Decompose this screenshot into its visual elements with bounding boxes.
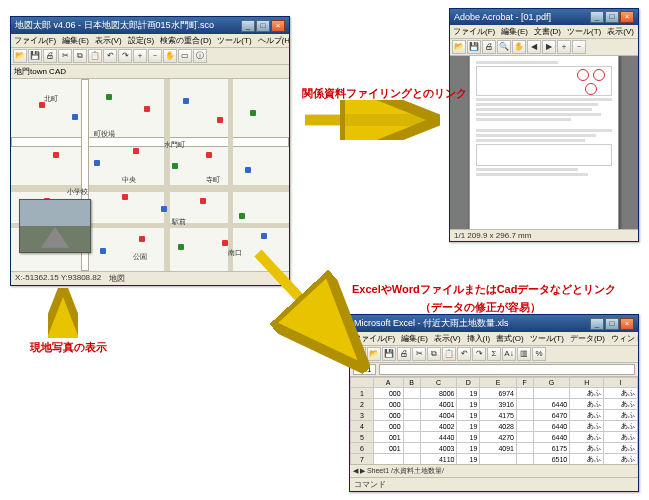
cell[interactable]: 4 [351,421,374,432]
menu-item[interactable]: 編集(E) [501,26,528,37]
pan-icon[interactable]: ✋ [163,49,177,63]
cell[interactable]: 4002 [420,421,457,432]
cell[interactable]: 001 [373,443,403,454]
cell[interactable]: 3 [351,410,374,421]
col-header[interactable]: C [420,378,457,388]
cell[interactable]: 5 [351,432,374,443]
zoom-out-icon[interactable]: － [572,40,586,54]
site-photo-popup[interactable] [19,199,91,253]
cell[interactable]: 000 [373,421,403,432]
col-header[interactable]: E [480,378,517,388]
cell[interactable]: 4091 [480,443,517,454]
cell[interactable]: 4028 [480,421,517,432]
print-icon[interactable]: 🖨 [482,40,496,54]
map-titlebar[interactable]: 地図太郎 v4.06 - 日本地図太郎計画015水門町.sco _ □ × [11,17,289,34]
cell[interactable]: あふ [570,399,604,410]
cell[interactable]: 4001 [420,399,457,410]
cell[interactable]: 000 [373,388,403,399]
table-row[interactable]: 300040041941756470あふあふ [351,410,638,421]
cell[interactable]: あふ [570,454,604,465]
save-icon[interactable]: 💾 [467,40,481,54]
cell[interactable]: 4270 [480,432,517,443]
cell[interactable]: 000 [373,399,403,410]
cell[interactable]: 1 [351,388,374,399]
cell[interactable]: 4440 [420,432,457,443]
cell[interactable]: 19 [457,399,480,410]
menu-item[interactable]: ウィンドウ(W) [611,333,638,344]
menu-item[interactable]: 表示(V) [434,333,461,344]
layer-tab[interactable]: 地門town CAD [14,66,66,77]
open-icon[interactable]: 📂 [452,40,466,54]
cell[interactable]: 6440 [533,399,570,410]
sheet-tabstrip[interactable]: ◀ ▶ Sheet1 /水資料土地数量/ [350,464,638,477]
cell[interactable] [403,454,420,465]
table-row[interactable]: 600140031940916175あふあふ [351,443,638,454]
cell[interactable]: あふ [570,432,604,443]
cell[interactable]: 8006 [420,388,457,399]
info-icon[interactable]: ⓘ [193,49,207,63]
cell[interactable] [403,443,420,454]
menu-item[interactable]: 書式(O) [496,333,524,344]
cell[interactable] [533,388,570,399]
cell[interactable]: あふ [604,443,638,454]
pdf-titlebar[interactable]: Adobe Acrobat - [01.pdf] _ □ × [450,9,638,25]
cell[interactable] [516,410,533,421]
new-icon[interactable]: ▢ [352,347,366,361]
menu-item[interactable]: ツール(T) [567,26,601,37]
zoom-out-icon[interactable]: － [148,49,162,63]
copy-icon[interactable]: ⧉ [73,49,87,63]
map-surface[interactable]: 町役場 水門町 中央 北町 寺町 駅前 小学校 南口 公園 [11,79,289,271]
name-box[interactable]: L31 [353,364,376,375]
col-header[interactable]: G [533,378,570,388]
col-header[interactable]: H [570,378,604,388]
map-canvas[interactable]: 町役場 水門町 中央 北町 寺町 駅前 小学校 南口 公園 [11,79,289,271]
col-header[interactable]: A [373,378,403,388]
cell[interactable]: 6470 [533,410,570,421]
cell[interactable]: 6974 [480,388,517,399]
cell[interactable]: 19 [457,421,480,432]
pdf-viewport[interactable] [450,56,638,229]
col-header[interactable]: B [403,378,420,388]
menu-item[interactable]: 編集(E) [401,333,428,344]
open-icon[interactable]: 📂 [13,49,27,63]
formula-input[interactable] [379,364,635,375]
zoom-icon[interactable]: % [532,347,546,361]
cell[interactable]: 6440 [533,432,570,443]
hand-icon[interactable]: ✋ [512,40,526,54]
cell[interactable]: 19 [457,454,480,465]
save-icon[interactable]: 💾 [382,347,396,361]
minimize-button[interactable]: _ [241,20,255,32]
cell[interactable]: 19 [457,410,480,421]
save-icon[interactable]: 💾 [28,49,42,63]
search-icon[interactable]: 🔍 [497,40,511,54]
xls-grid[interactable]: ABCDEFGHI10008006196974あふあふ2000400119391… [350,377,638,464]
menu-item[interactable]: ファイル(F) [453,26,495,37]
sort-asc-icon[interactable]: A↓ [502,347,516,361]
maximize-button[interactable]: □ [605,318,619,330]
redo-icon[interactable]: ↷ [472,347,486,361]
cell[interactable]: 19 [457,432,480,443]
sum-icon[interactable]: Σ [487,347,501,361]
redo-icon[interactable]: ↷ [118,49,132,63]
cell[interactable]: あふ [604,388,638,399]
cell[interactable] [403,410,420,421]
table-row[interactable]: 10008006196974あふあふ [351,388,638,399]
cell[interactable]: あふ [604,432,638,443]
menu-item[interactable]: データ(D) [570,333,605,344]
menu-item[interactable]: 表示(V) [607,26,634,37]
maximize-button[interactable]: □ [605,11,619,23]
cell[interactable]: 4175 [480,410,517,421]
cell[interactable]: 6440 [533,421,570,432]
chart-icon[interactable]: ▥ [517,347,531,361]
xls-titlebar[interactable]: Microsoft Excel - 付近大雨土地数量.xls _ □ × [350,315,638,332]
cell[interactable] [480,454,517,465]
cell[interactable] [403,399,420,410]
menu-item[interactable]: 文書(D) [534,26,561,37]
copy-icon[interactable]: ⧉ [427,347,441,361]
cell[interactable]: 4004 [420,410,457,421]
next-page-icon[interactable]: ▶ [542,40,556,54]
prev-page-icon[interactable]: ◀ [527,40,541,54]
col-header[interactable] [351,378,374,388]
open-icon[interactable]: 📂 [367,347,381,361]
cell[interactable] [516,399,533,410]
